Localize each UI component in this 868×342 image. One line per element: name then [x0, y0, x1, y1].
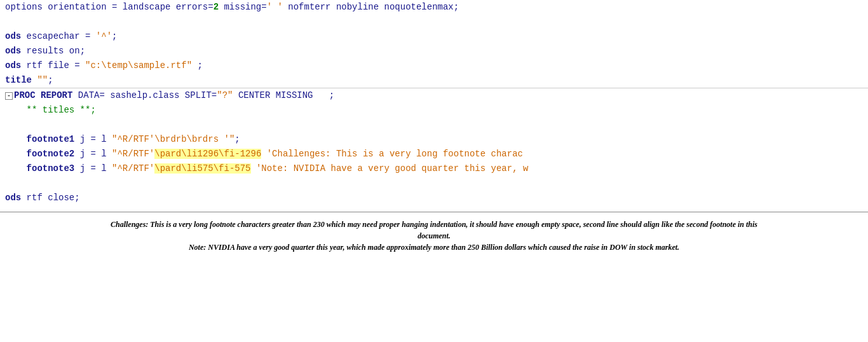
code-line-1: options orientation = landscape errors=2… [0, 0, 868, 15]
keyword-options: options [5, 2, 43, 12]
str-footnote3-suffix: 'Note: NVIDIA have a very good quarter t… [251, 163, 529, 174]
error-number: 2 [214, 2, 219, 12]
str-footnote1: "^R/RTF'\brdrb\brdrs '" [112, 134, 234, 144]
code-line-empty-1 [0, 15, 868, 29]
code-line-ods-results: ods results on; [0, 44, 868, 58]
keyword-ods-2: ods [5, 46, 21, 56]
code-line-empty-2 [0, 118, 868, 132]
keyword-title: title [5, 75, 32, 85]
keyword-footnote2: footnote2 [27, 149, 75, 159]
code-line-ods-rtf: ods rtf file = "c:\temp\sample.rtf" ; [0, 58, 868, 73]
str-title-val: "" [37, 75, 48, 85]
keyword-proc: PROC [14, 89, 36, 102]
footnote-1-text: Challenges: This is a very long footnote… [95, 219, 773, 242]
keyword-footnote3: footnote3 [27, 163, 75, 174]
code-line-titles-comment: ** titles **; [0, 103, 868, 118]
code-line-footnote2: footnote2 j = l "^R/RTF'\pard\li1296\fi-… [0, 147, 868, 161]
str-footnote2-suffix: 'Challenges: This is a very long footnot… [261, 149, 523, 159]
code-line-proc: -PROC REPORT DATA= sashelp.class SPLIT="… [0, 88, 868, 103]
collapse-icon[interactable]: - [5, 92, 13, 100]
code-line-ods-close: ods rtf close; [0, 191, 868, 205]
code-line-footnote3: footnote3 j = l "^R/RTF'\pard\li575\fi-5… [0, 161, 868, 176]
str-footnote2-prefix: "^R/RTF'\pard\li1296\fi-1296 [112, 149, 261, 159]
highlight-footnote2: \pard\li1296\fi-1296 [154, 149, 261, 159]
str-escapechar: '^' [96, 31, 112, 41]
keyword-report: REPORT [36, 89, 73, 102]
keyword-ods-1: ods [5, 31, 21, 41]
comment-titles: ** titles **; [27, 105, 96, 115]
keyword-ods-close: ods [5, 193, 21, 203]
keyword-ods-3: ods [5, 60, 21, 71]
highlight-footnote3: \pard\li575\fi-575 [154, 163, 250, 174]
code-line-ods-escape: ods escapechar = '^'; [0, 29, 868, 44]
keyword-footnote1: footnote1 [27, 134, 75, 144]
code-line-empty-3 [0, 176, 868, 191]
footnote-preview: Challenges: This is a very long footnote… [0, 212, 868, 259]
proc-params: DATA= sashelp.class SPLIT="?" CENTER MIS… [72, 89, 334, 102]
str-footnote3-prefix: "^R/RTF'\pard\li575\fi-575 [112, 163, 250, 174]
code-line-footnote1: footnote1 j = l "^R/RTF'\brdrb\brdrs '"; [0, 132, 868, 147]
code-line-title: title ""; [0, 73, 868, 88]
str-split: "?" [217, 90, 233, 100]
missing-val: ' ' [267, 2, 283, 12]
str-filepath: "c:\temp\sample.rtf" [85, 60, 192, 71]
code-editor: options orientation = landscape errors=2… [0, 0, 868, 205]
footnote-2-text: Note: NVIDIA have a very good quarter th… [95, 242, 773, 253]
